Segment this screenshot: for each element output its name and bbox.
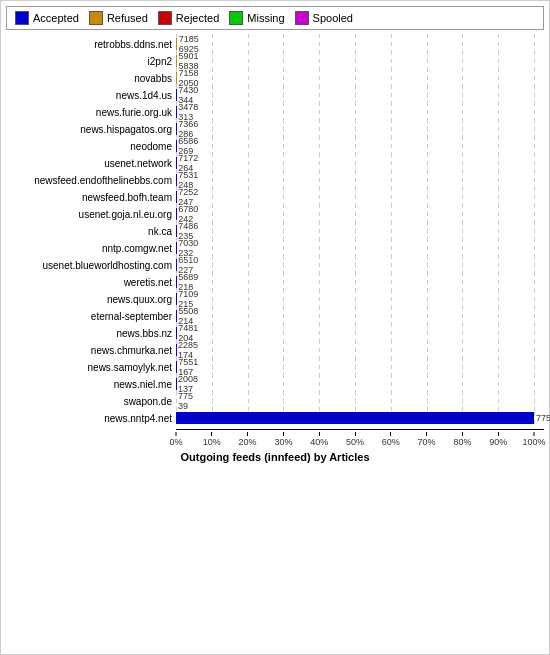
- xaxis-tick: 10%: [203, 432, 221, 447]
- table-row: newsfeed.bofh.team7252 247: [6, 189, 544, 205]
- row-label: newsfeed.bofh.team: [6, 192, 176, 203]
- legend-color: [229, 11, 243, 25]
- row-label: news.niel.me: [6, 379, 176, 390]
- row-label: swapon.de: [6, 396, 176, 407]
- rows-container: retrobbs.ddns.net7185 6925i2pn25901 5838…: [6, 36, 544, 427]
- legend-color: [295, 11, 309, 25]
- row-label: usenet.network: [6, 158, 176, 169]
- legend: AcceptedRefusedRejectedMissingSpooled: [6, 6, 544, 30]
- table-row: news.nntp4.net7757776: [6, 410, 544, 426]
- bar-group: [176, 38, 177, 50]
- table-row: news.niel.me2008 137: [6, 376, 544, 392]
- table-row: i2pn25901 5838: [6, 53, 544, 69]
- legend-label: Accepted: [33, 12, 79, 24]
- row-label: novabbs: [6, 73, 176, 84]
- row-label: weretis.net: [6, 277, 176, 288]
- row-label: news.1d4.us: [6, 90, 176, 101]
- grid-line: [462, 391, 463, 411]
- xaxis-tick: 100%: [522, 432, 545, 447]
- xaxis-tick: 30%: [274, 432, 292, 447]
- bar-value: 775 39: [178, 391, 193, 411]
- grid-line: [391, 391, 392, 411]
- legend-item-rejected: Rejected: [158, 11, 219, 25]
- table-row: swapon.de775 39: [6, 393, 544, 409]
- grid-line: [248, 391, 249, 411]
- table-row: news.samoylyk.net7551 167: [6, 359, 544, 375]
- table-row: news.furie.org.uk3478 313: [6, 104, 544, 120]
- xaxis-labels: 0%10%20%30%40%50%60%70%80%90%100%: [176, 429, 544, 447]
- grid-line: [319, 391, 320, 411]
- chart-title: Outgoing feeds (innfeed) by Articles: [6, 451, 544, 463]
- legend-color: [89, 11, 103, 25]
- row-label: news.furie.org.uk: [6, 107, 176, 118]
- grid-line: [283, 391, 284, 411]
- bar-wrapper: 775 39: [176, 391, 544, 411]
- grid-line: [355, 391, 356, 411]
- bar-group: [176, 412, 534, 424]
- table-row: usenet.goja.nl.eu.org6780 242: [6, 206, 544, 222]
- table-row: news.bbs.nz7481 204: [6, 325, 544, 341]
- legend-color: [158, 11, 172, 25]
- grid-line: [498, 391, 499, 411]
- table-row: eternal-september5508 214: [6, 308, 544, 324]
- xaxis-tick: 90%: [489, 432, 507, 447]
- xaxis-tick: 70%: [418, 432, 436, 447]
- legend-color: [15, 11, 29, 25]
- legend-item-spooled: Spooled: [295, 11, 353, 25]
- table-row: neodome6586 269: [6, 138, 544, 154]
- chart-container: AcceptedRefusedRejectedMissingSpooled re…: [0, 0, 550, 655]
- xaxis-tick: 0%: [169, 432, 182, 447]
- legend-label: Rejected: [176, 12, 219, 24]
- row-label: nntp.comgw.net: [6, 243, 176, 254]
- bar-wrapper: 7757776: [176, 412, 550, 424]
- xaxis-tick: 80%: [453, 432, 471, 447]
- row-label: usenet.goja.nl.eu.org: [6, 209, 176, 220]
- bar-value: 7757776: [536, 413, 550, 423]
- legend-item-missing: Missing: [229, 11, 284, 25]
- table-row: news.chmurka.net2285 174: [6, 342, 544, 358]
- legend-label: Missing: [247, 12, 284, 24]
- chart-body: retrobbs.ddns.net7185 6925i2pn25901 5838…: [6, 36, 544, 463]
- grid-line: [176, 391, 177, 411]
- grid-line: [534, 412, 535, 424]
- bar-accepted: [176, 412, 534, 424]
- grid-line: [212, 391, 213, 411]
- row-label: neodome: [6, 141, 176, 152]
- grid-line: [534, 391, 535, 411]
- xaxis-tick: 50%: [346, 432, 364, 447]
- table-row: usenet.network7172 264: [6, 155, 544, 171]
- legend-label: Refused: [107, 12, 148, 24]
- table-row: novabbs7158 2050: [6, 70, 544, 86]
- table-row: news.1d4.us7430 344: [6, 87, 544, 103]
- row-label: newsfeed.endofthelinebbs.com: [6, 175, 176, 186]
- xaxis-tick: 40%: [310, 432, 328, 447]
- legend-label: Spooled: [313, 12, 353, 24]
- bar-group: [176, 55, 177, 67]
- table-row: weretis.net5689 218: [6, 274, 544, 290]
- grid-line: [427, 391, 428, 411]
- xaxis-row: 0%10%20%30%40%50%60%70%80%90%100%: [6, 429, 544, 447]
- legend-item-refused: Refused: [89, 11, 148, 25]
- table-row: newsfeed.endofthelinebbs.com7531 248: [6, 172, 544, 188]
- row-label: news.quux.org: [6, 294, 176, 305]
- row-label: retrobbs.ddns.net: [6, 39, 176, 50]
- row-label: news.hispagatos.org: [6, 124, 176, 135]
- row-label: news.chmurka.net: [6, 345, 176, 356]
- xaxis-tick: 60%: [382, 432, 400, 447]
- row-label: news.nntp4.net: [6, 413, 176, 424]
- xaxis-tick: 20%: [239, 432, 257, 447]
- table-row: news.hispagatos.org7366 286: [6, 121, 544, 137]
- table-row: retrobbs.ddns.net7185 6925: [6, 36, 544, 52]
- row-label: news.bbs.nz: [6, 328, 176, 339]
- table-row: nk.ca7486 235: [6, 223, 544, 239]
- table-row: news.quux.org7109 215: [6, 291, 544, 307]
- row-label: eternal-september: [6, 311, 176, 322]
- table-row: usenet.blueworldhosting.com6510 227: [6, 257, 544, 273]
- row-label: nk.ca: [6, 226, 176, 237]
- row-label: news.samoylyk.net: [6, 362, 176, 373]
- table-row: nntp.comgw.net7030 232: [6, 240, 544, 256]
- row-label: usenet.blueworldhosting.com: [6, 260, 176, 271]
- row-label: i2pn2: [6, 56, 176, 67]
- legend-item-accepted: Accepted: [15, 11, 79, 25]
